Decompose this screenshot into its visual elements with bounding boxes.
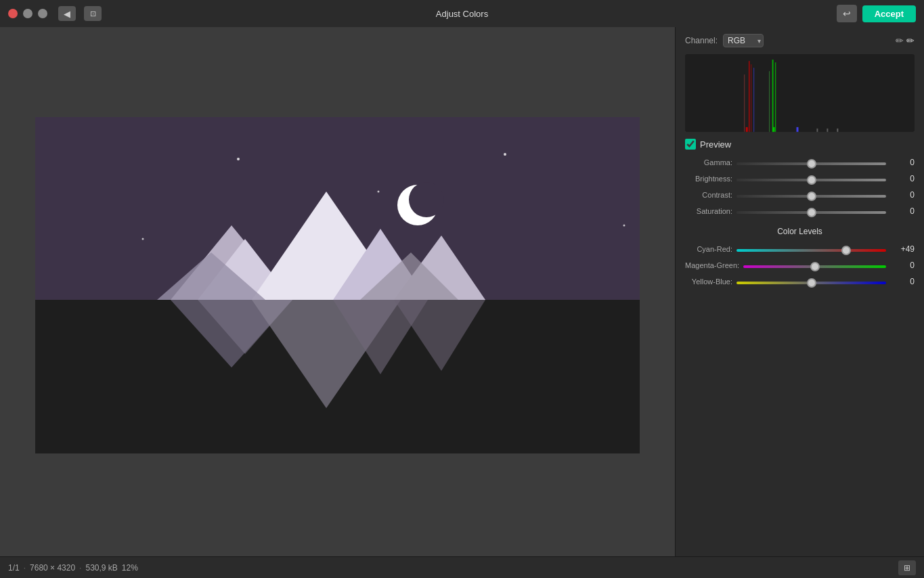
preview-row: Preview xyxy=(685,139,915,150)
contrast-label: Contrast: xyxy=(685,191,732,199)
statusbar: 1/1 · 7680 × 4320 · 530,9 kB 12% ⊞ xyxy=(0,556,924,578)
yellow-blue-row: Yellow-Blue: 0 xyxy=(685,277,915,286)
back-icon: ◀ xyxy=(64,9,70,19)
contrast-value: 0 xyxy=(890,190,915,200)
titlebar-actions: ↩ Accept xyxy=(837,5,916,22)
crop-icon: ⊡ xyxy=(90,9,96,18)
canvas-area xyxy=(0,27,675,556)
window-title: Adjust Colors xyxy=(436,9,488,19)
gamma-slider-container xyxy=(736,158,886,167)
svg-point-5 xyxy=(142,238,144,240)
brightness-row: Brightness: 0 xyxy=(685,174,915,183)
cyan-red-row: Cyan-Red: +49 xyxy=(685,244,915,254)
svg-rect-21 xyxy=(685,54,915,132)
yellow-blue-slider-container xyxy=(736,277,886,286)
filesize-info: 530,9 kB xyxy=(85,563,117,573)
minimize-button[interactable] xyxy=(23,9,32,18)
page-info: 1/1 xyxy=(8,563,20,573)
maximize-button[interactable] xyxy=(38,9,47,18)
grid-view-button[interactable]: ⊞ xyxy=(898,560,916,575)
yellow-blue-label: Yellow-Blue: xyxy=(685,277,732,286)
magenta-green-slider[interactable] xyxy=(743,265,886,268)
main-layout: Channel: RGB Red Green Blue ✏ ✏ xyxy=(0,27,924,556)
svg-point-4 xyxy=(378,190,380,192)
svg-point-6 xyxy=(623,224,625,226)
magenta-green-label: Magenta-Green: xyxy=(685,261,739,269)
right-panel: Channel: RGB Red Green Blue ✏ ✏ xyxy=(675,27,924,556)
svg-rect-33 xyxy=(827,129,828,132)
svg-point-8 xyxy=(409,182,444,217)
saturation-slider-container xyxy=(736,206,886,216)
brightness-value: 0 xyxy=(890,174,915,183)
undo-button[interactable]: ↩ xyxy=(837,5,857,22)
svg-rect-34 xyxy=(837,129,838,132)
magenta-green-slider-container xyxy=(743,261,886,270)
svg-point-3 xyxy=(504,153,506,156)
cyan-red-slider[interactable] xyxy=(736,249,886,252)
cyan-red-value: +49 xyxy=(890,244,915,254)
channel-row: Channel: RGB Red Green Blue ✏ ✏ xyxy=(685,34,915,47)
grid-icon: ⊞ xyxy=(904,563,910,573)
svg-rect-29 xyxy=(746,127,748,132)
pen-icons: ✏ ✏ xyxy=(896,35,915,46)
cyan-red-slider-container xyxy=(736,244,886,254)
svg-rect-32 xyxy=(816,129,818,132)
separator-2: · xyxy=(79,563,81,573)
crop-button[interactable]: ⊡ xyxy=(84,6,102,21)
saturation-value: 0 xyxy=(890,206,915,216)
contrast-slider[interactable] xyxy=(736,195,886,198)
brightness-slider-container xyxy=(736,174,886,183)
color-levels-header: Color Levels xyxy=(685,227,915,236)
channel-label: Channel: xyxy=(685,36,718,45)
back-button[interactable]: ◀ xyxy=(58,6,76,21)
gamma-label: Gamma: xyxy=(685,158,732,166)
accept-button[interactable]: Accept xyxy=(862,5,916,22)
close-button[interactable] xyxy=(8,9,18,18)
preview-label: Preview xyxy=(700,139,731,150)
saturation-label: Saturation: xyxy=(685,207,732,215)
preview-image xyxy=(35,117,640,453)
cyan-red-label: Cyan-Red: xyxy=(685,245,732,253)
white-point-icon[interactable]: ✏ xyxy=(906,35,915,46)
histogram-container xyxy=(685,54,915,132)
gamma-value: 0 xyxy=(890,158,915,167)
gamma-row: Gamma: 0 xyxy=(685,158,915,167)
yellow-blue-value: 0 xyxy=(890,277,915,286)
contrast-row: Contrast: 0 xyxy=(685,190,915,200)
gamma-slider[interactable] xyxy=(736,162,886,165)
saturation-row: Saturation: 0 xyxy=(685,206,915,216)
magenta-green-value: 0 xyxy=(890,261,915,270)
dimensions-info: 7680 × 4320 xyxy=(30,563,75,573)
preview-checkbox[interactable] xyxy=(685,139,696,150)
separator-1: · xyxy=(24,563,26,573)
svg-rect-31 xyxy=(797,127,799,132)
svg-rect-30 xyxy=(773,127,775,132)
brightness-label: Brightness: xyxy=(685,175,732,183)
contrast-slider-container xyxy=(736,190,886,200)
window-controls: ◀ ⊡ xyxy=(8,6,102,21)
brightness-slider[interactable] xyxy=(736,179,886,181)
magenta-green-row: Magenta-Green: 0 xyxy=(685,261,915,270)
image-container xyxy=(35,117,640,453)
black-point-icon[interactable]: ✏ xyxy=(896,35,904,46)
svg-point-2 xyxy=(237,158,240,160)
zoom-info: 12% xyxy=(122,563,138,573)
titlebar: ◀ ⊡ Adjust Colors ↩ Accept xyxy=(0,0,924,27)
undo-icon: ↩ xyxy=(843,8,851,19)
saturation-slider[interactable] xyxy=(736,211,886,214)
yellow-blue-slider[interactable] xyxy=(736,282,886,284)
channel-select[interactable]: RGB Red Green Blue xyxy=(723,34,764,47)
channel-select-wrapper[interactable]: RGB Red Green Blue xyxy=(723,34,764,47)
